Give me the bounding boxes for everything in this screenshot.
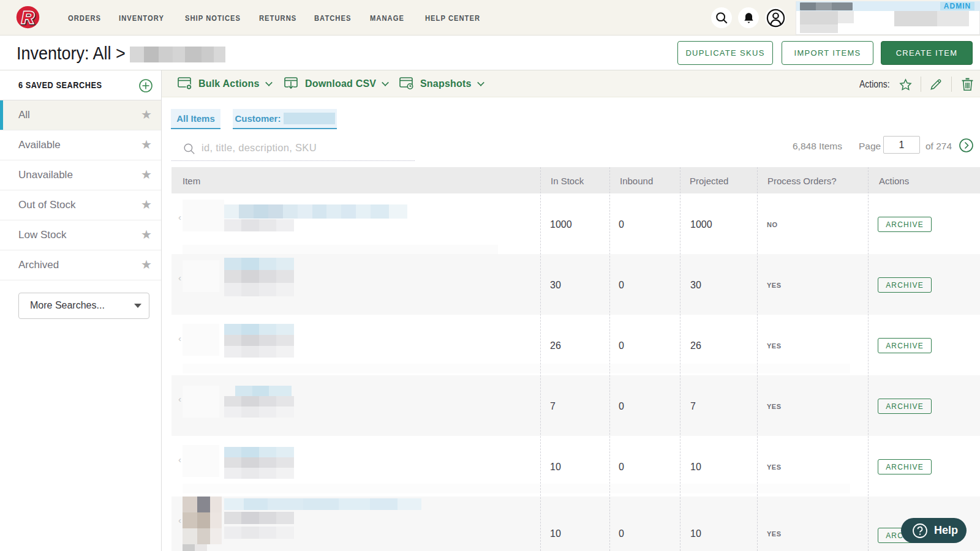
svg-text:R: R — [21, 7, 34, 27]
